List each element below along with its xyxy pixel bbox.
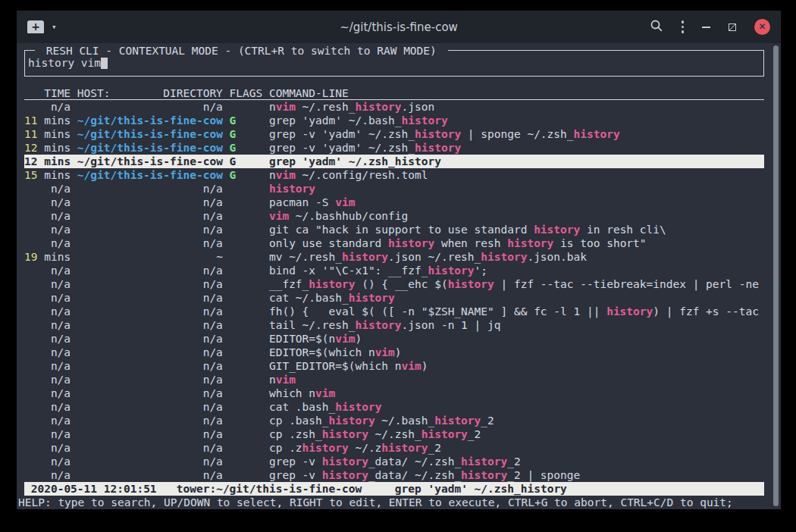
time-cell: 12 mins: [24, 155, 71, 168]
history-row[interactable]: n/an/aEDITOR=$(nvim): [24, 332, 764, 346]
time-unit: mins: [37, 155, 71, 167]
directory-cell: ~/git/this-is-fine-cow: [77, 141, 223, 155]
history-row[interactable]: n/an/apacman -S vim: [24, 196, 764, 209]
history-row[interactable]: n/an/anvim: [24, 373, 764, 386]
command-text: grep -v: [269, 455, 322, 468]
command-cell: git ca "hack in support to use standard …: [269, 223, 764, 236]
flags-cell: [230, 332, 263, 346]
command-cell: which nvim: [269, 386, 764, 400]
menu-kebab-icon[interactable]: [682, 20, 685, 33]
search-box-title: RESH CLI - CONTEXTUAL MODE - (CTRL+R to …: [35, 44, 448, 58]
command-match: history: [415, 142, 461, 154]
new-tab-icon[interactable]: +: [27, 20, 44, 33]
history-row[interactable]: n/an/aEDITOR=$(which nvim): [24, 346, 764, 359]
directory-cell: n/a: [77, 305, 223, 318]
table-header: TIME HOST:DIRECTORY FLAGS COMMAND-LINE: [24, 86, 764, 100]
restore-button[interactable]: [729, 23, 736, 31]
history-row[interactable]: n/an/ahistory: [24, 182, 764, 196]
time-number: 19: [24, 251, 37, 263]
time-number: 11: [24, 114, 37, 127]
command-match: history: [428, 264, 474, 277]
flags-cell: [230, 100, 263, 114]
history-row[interactable]: n/an/a__fzf_history () { __ehc $(history…: [24, 277, 764, 291]
flags-cell: G: [230, 141, 263, 155]
command-match: vim: [315, 387, 335, 399]
terminal-content: RESH CLI - CONTEXTUAL MODE - (CTRL+R to …: [17, 43, 781, 509]
command-text: cat .bash_: [269, 401, 335, 413]
history-row[interactable]: n/an/anvim ~/.resh_history.json: [24, 100, 764, 114]
command-match: history: [534, 224, 580, 236]
flags-cell: [230, 373, 263, 386]
command-text: is too short": [553, 237, 646, 249]
command-text: .json: [402, 101, 435, 113]
history-row[interactable]: n/an/awhich nvim: [24, 386, 764, 400]
history-row[interactable]: n/an/avim ~/.bashhub/config: [24, 209, 764, 223]
time-cell: n/a: [24, 359, 71, 373]
history-row[interactable]: n/an/agrep -v history_data/ ~/.zsh_histo…: [24, 468, 764, 482]
history-row[interactable]: n/an/acp .bash_history ~/.bash_history_2: [24, 414, 764, 427]
command-cell: grep 'yadm' ~/.bash_history: [269, 114, 764, 127]
history-row[interactable]: 12 mins~/git/this-is-fine-cowGgrep 'yadm…: [24, 155, 764, 168]
command-match: vim: [269, 210, 289, 222]
chevron-down-icon[interactable]: ▾: [52, 23, 57, 31]
time-cell: n/a: [24, 236, 71, 250]
command-text: grep 'yadm' ~/.bash_: [269, 114, 402, 127]
search-input[interactable]: RESH CLI - CONTEXTUAL MODE - (CTRL+R to …: [24, 50, 764, 77]
flags-cell: [230, 386, 263, 400]
command-match: vim: [276, 374, 296, 386]
history-row[interactable]: n/an/agrep -v history_data/ ~/.zsh_histo…: [24, 455, 764, 468]
command-text: in resh cli\: [580, 224, 666, 236]
command-match: vim: [335, 196, 355, 208]
command-match: history: [302, 442, 349, 454]
time-cell: n/a: [24, 427, 71, 441]
time-number: 11: [24, 128, 37, 140]
minimize-button[interactable]: [702, 27, 710, 28]
command-match: history: [461, 469, 507, 481]
history-row[interactable]: n/an/acp .zhistory ~/.zhistory_2: [24, 441, 764, 455]
command-cell: fh() { eval $( ([ -n "$ZSH_NAME" ] && fc…: [269, 305, 764, 318]
header-host-directory: HOST:DIRECTORY: [77, 86, 223, 99]
history-row[interactable]: n/an/acp .zsh_history ~/.zsh_history_2: [24, 427, 764, 441]
search-icon[interactable]: [650, 19, 663, 36]
command-text: EDITOR=$(which n: [269, 346, 375, 358]
directory-cell: ~: [77, 250, 223, 264]
history-row[interactable]: 11 mins~/git/this-is-fine-cowGgrep -v 'y…: [24, 127, 764, 141]
command-match: history: [448, 278, 494, 290]
flags-cell: [230, 455, 263, 468]
terminal-window: + ▾ ~/git/this-is-fine-cow ✕ RESH CLI - …: [17, 11, 781, 509]
scrollbar: [773, 45, 779, 506]
command-match: vim: [335, 333, 355, 345]
history-row[interactable]: n/an/acat .bash_history: [24, 400, 764, 414]
command-cell: only use standard history when resh hist…: [269, 236, 764, 250]
command-text: | fzf --tac --tiebreak=index | perl -ne: [494, 278, 759, 290]
command-match: vim: [402, 360, 422, 372]
command-text: when resh: [434, 237, 507, 249]
history-row[interactable]: 15 mins~/git/this-is-fine-cowGnvim ~/.co…: [24, 168, 764, 182]
directory-cell: n/a: [77, 223, 223, 236]
history-row[interactable]: 11 mins~/git/this-is-fine-cowGgrep 'yadm…: [24, 114, 764, 127]
command-match: vim: [276, 169, 296, 181]
history-row[interactable]: n/an/aonly use standard history when res…: [24, 236, 764, 250]
history-row[interactable]: n/an/abind -x '"\C-x1": __fzf_history';: [24, 264, 764, 277]
history-row[interactable]: n/an/agit ca "hack in support to use sta…: [24, 223, 764, 236]
command-text: _data/ ~/.zsh_: [368, 469, 461, 481]
header-flags: FLAGS: [230, 86, 263, 99]
command-text: mv ~/.resh_: [269, 251, 342, 263]
history-row[interactable]: n/an/aGIT_EDITOR=$(which nvim): [24, 359, 764, 373]
history-row[interactable]: 12 mins~/git/this-is-fine-cowGgrep -v 'y…: [24, 141, 764, 155]
directory-cell: n/a: [77, 441, 223, 455]
time-cell: n/a: [24, 223, 71, 236]
command-text: which n: [269, 387, 315, 399]
close-button[interactable]: ✕: [754, 19, 770, 35]
time-cell: n/a: [24, 455, 71, 468]
time-cell: n/a: [24, 346, 71, 359]
history-row[interactable]: n/an/acat ~/.bash_history: [24, 291, 764, 305]
history-row[interactable]: 19 mins~mv ~/.resh_history.json ~/.resh_…: [24, 250, 764, 264]
command-cell: nvim ~/.config/resh.toml: [269, 168, 764, 182]
history-row[interactable]: n/an/afh() { eval $( ([ -n "$ZSH_NAME" ]…: [24, 305, 764, 318]
scrollbar-thumb[interactable]: [773, 45, 779, 506]
time-cell: 12 mins: [24, 141, 71, 155]
directory-cell: ~/git/this-is-fine-cow: [77, 127, 223, 141]
command-cell: grep -v history_data/ ~/.zsh_history_2 |…: [269, 468, 764, 482]
history-row[interactable]: n/an/atail ~/.resh_history.json -n 1 | j…: [24, 318, 764, 332]
